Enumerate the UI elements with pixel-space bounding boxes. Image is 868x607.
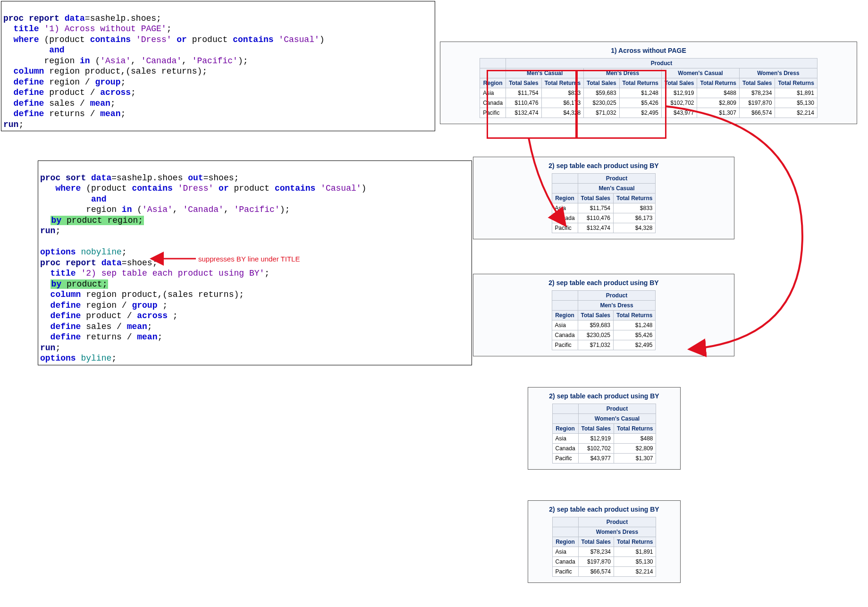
kw-options: options	[40, 247, 76, 257]
txt: ,	[182, 56, 192, 66]
cell: $66,574	[739, 108, 775, 118]
cell: $1,307	[614, 454, 656, 464]
txt: =shoes;	[203, 173, 239, 183]
cell: $2,495	[619, 108, 661, 118]
cell: $833	[541, 88, 583, 98]
cell: $5,130	[775, 98, 817, 108]
str: 'Canada'	[141, 56, 182, 66]
cell: $4,328	[614, 223, 656, 233]
code-block-1: proc report data=sashelp.shoes; title '1…	[1, 1, 435, 131]
cell: $59,683	[584, 88, 619, 98]
cell: $132,474	[578, 223, 613, 233]
txt: )	[320, 35, 325, 44]
cell-region: Canada	[552, 557, 578, 567]
hdr-ts: Total Sales	[578, 537, 614, 547]
cell: $11,754	[506, 88, 541, 98]
hdr-ts: Total Sales	[578, 424, 614, 434]
cell: $488	[697, 88, 739, 98]
table-row: Asia$12,919$488	[552, 434, 656, 444]
cell: $59,683	[578, 320, 613, 330]
output-by-md: 2) sep table each product using BY Produ…	[473, 274, 734, 356]
cell: $71,032	[578, 340, 613, 350]
cell-region: Pacific	[552, 340, 578, 350]
kw-define: define	[14, 88, 44, 97]
cell: $833	[614, 203, 656, 213]
cell: $78,234	[739, 88, 775, 98]
kw-contains: contains	[90, 35, 131, 44]
cell: $1,307	[697, 108, 739, 118]
opt-byline: byline	[76, 354, 112, 363]
str: '1) Across without PAGE'	[39, 24, 167, 34]
output-title-2b: 2) sep table each product using BY	[476, 279, 731, 287]
cell: $102,702	[662, 98, 697, 108]
hdr-ts: Total Sales	[739, 78, 775, 88]
cell-region: Pacific	[552, 567, 578, 577]
cell: $2,495	[614, 340, 656, 350]
cell-region: Pacific	[552, 223, 578, 233]
txt: region /	[81, 301, 132, 310]
cell-region: Asia	[552, 434, 578, 444]
kw-proc-sort: proc sort	[40, 173, 86, 183]
table-row: Asia$59,683$1,248	[552, 320, 656, 330]
kw-data: data	[59, 14, 85, 23]
kw-title: title	[51, 269, 76, 278]
hdr-tr: Total Returns	[775, 78, 817, 88]
txt: (	[90, 56, 101, 66]
hdr-wd: Women's Dress	[739, 68, 817, 78]
kw-title: title	[14, 24, 39, 34]
hdr-mc: Men's Casual	[578, 184, 656, 194]
cell: $5,426	[614, 330, 656, 340]
hdr-region: Region	[552, 424, 578, 434]
hdr-tr: Total Returns	[614, 311, 656, 320]
cell: $4,328	[541, 108, 583, 118]
cell: $197,870	[578, 557, 614, 567]
semi: ;	[55, 226, 60, 236]
cell-region: Pacific	[480, 108, 506, 118]
str: 'Asia'	[100, 56, 131, 66]
txt: )	[362, 184, 367, 193]
hdr-tr: Total Returns	[614, 424, 656, 434]
cell: $1,891	[614, 547, 656, 557]
table-row: Canada $110,476$6,173 $230,025$5,426 $10…	[480, 98, 817, 108]
txt: region product,(sales returns);	[44, 67, 207, 76]
hdr-ts: Total Sales	[662, 78, 697, 88]
cell-region: Canada	[480, 98, 506, 108]
output-by-wc: 2) sep table each product using BY Produ…	[528, 387, 681, 470]
kw-or: or	[213, 184, 228, 193]
kw-run: run	[40, 343, 55, 353]
hdr-ts: Total Sales	[584, 78, 619, 88]
kw-mean: mean	[90, 99, 110, 108]
txt: region /	[44, 77, 95, 87]
cell: $2,214	[775, 108, 817, 118]
kw-column: column	[51, 290, 81, 299]
txt: returns /	[81, 332, 137, 342]
txt: product	[229, 184, 275, 193]
cell: $110,476	[506, 98, 541, 108]
kw-across: across	[137, 311, 168, 320]
cell: $132,474	[506, 108, 541, 118]
cell-region: Asia	[552, 547, 578, 557]
table-row: Asia$11,754$833	[552, 203, 656, 213]
txt: sales /	[44, 99, 90, 108]
hdr-md: Men's Dress	[584, 68, 662, 78]
hdr-region: Region	[552, 311, 578, 320]
cell-region: Canada	[552, 330, 578, 340]
table-row: Canada$230,025$5,426	[552, 330, 656, 340]
output-title-2c: 2) sep table each product using BY	[531, 392, 677, 400]
txt: =shoes;	[122, 258, 158, 268]
table-wd: Product Women's Dress RegionTotal SalesT…	[552, 517, 657, 577]
txt: region product,(sales returns);	[81, 290, 244, 299]
cell-region: Canada	[552, 213, 578, 223]
cell: $5,130	[614, 557, 656, 567]
kw-define: define	[14, 99, 44, 108]
txt: ,	[173, 205, 183, 214]
kw-and: and	[49, 45, 64, 55]
kw-across: across	[100, 88, 131, 97]
kw-options: options	[40, 354, 76, 363]
kw-data: data	[86, 173, 111, 183]
cell: $2,809	[697, 98, 739, 108]
cell: $78,234	[578, 547, 614, 557]
kw-define: define	[14, 109, 44, 118]
hdr-tr: Total Returns	[541, 78, 583, 88]
table-row: Canada$102,702$2,809	[552, 444, 656, 454]
